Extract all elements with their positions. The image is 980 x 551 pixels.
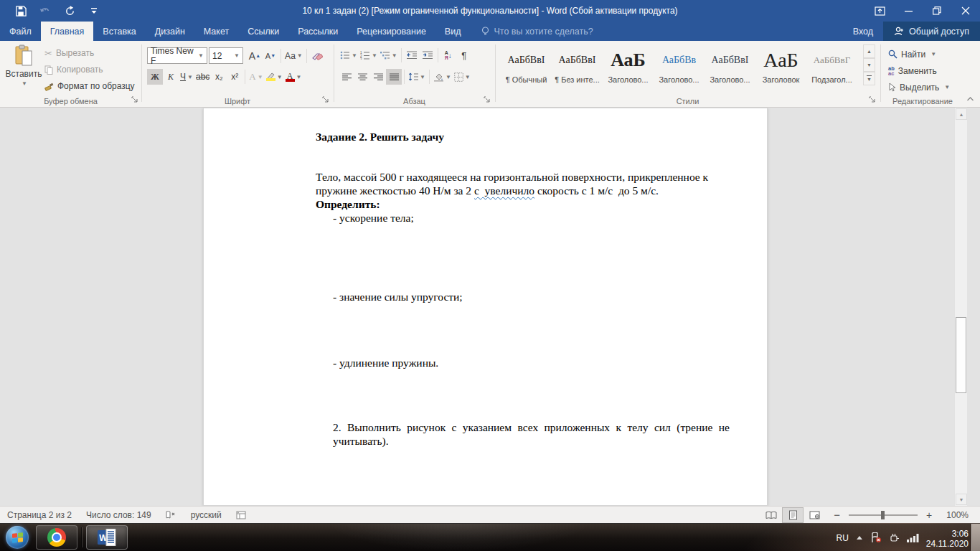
underline-button[interactable]: Ч▼ <box>179 69 194 85</box>
numbering-button[interactable]: 123▼ <box>359 47 379 63</box>
clipboard-dialog-launcher[interactable] <box>131 95 140 104</box>
style-heading1[interactable]: АаБ Заголово... <box>603 44 654 86</box>
read-mode-button[interactable] <box>760 507 782 523</box>
shrink-font-button[interactable]: А▼ <box>263 48 278 64</box>
action-center-flag-icon[interactable] <box>870 532 882 543</box>
page-indicator[interactable]: Страница 2 из 2 <box>0 507 79 524</box>
word-count[interactable]: Число слов: 149 <box>79 507 159 524</box>
paste-button[interactable]: Вставить ▼ <box>6 44 42 93</box>
style-subtitle[interactable]: АаБбВвГ Подзагол... <box>806 44 857 86</box>
tab-review[interactable]: Рецензирование <box>347 22 435 41</box>
network-signal-icon[interactable] <box>907 533 919 542</box>
tab-references[interactable]: Ссылки <box>238 22 288 41</box>
tray-expand-icon[interactable] <box>856 535 863 540</box>
find-button[interactable]: Найти▼ <box>888 46 950 62</box>
tab-file[interactable]: Файл <box>0 22 41 41</box>
power-plug-icon[interactable] <box>889 532 900 543</box>
print-layout-button[interactable] <box>782 507 804 523</box>
borders-button[interactable]: ▼ <box>453 69 472 85</box>
taskbar-word-button[interactable]: W <box>86 525 128 550</box>
font-dialog-launcher[interactable] <box>322 95 331 104</box>
style-normal[interactable]: АаБбВвІ ¶ Обычный <box>501 44 552 86</box>
taskbar: W RU 3:06 24.11.2020 <box>0 523 980 551</box>
copy-button[interactable]: Копировать <box>44 62 103 77</box>
restore-button[interactable] <box>923 0 951 22</box>
bold-button[interactable]: Ж <box>147 69 163 85</box>
ribbon-display-options-button[interactable] <box>865 0 894 22</box>
select-button[interactable]: Выделить▼ <box>888 79 950 95</box>
share-button[interactable]: Общий доступ <box>883 22 980 41</box>
styles-scroll-up[interactable]: ▲ <box>863 44 875 58</box>
scroll-down-arrow[interactable]: ▼ <box>956 494 967 505</box>
style-no-spacing[interactable]: АаБбВвІ ¶ Без инте... <box>552 44 603 86</box>
undo-button[interactable] <box>33 0 57 22</box>
strikethrough-button[interactable]: abc <box>194 69 211 85</box>
cut-button[interactable]: ✂ Вырезать <box>44 45 94 61</box>
tab-mailings[interactable]: Рассылки <box>288 22 347 41</box>
font-size-combo[interactable]: 12▼ <box>209 47 243 64</box>
language-indicator[interactable]: русский <box>184 507 229 524</box>
line-spacing-button[interactable]: ▼ <box>407 69 427 85</box>
close-button[interactable] <box>951 0 980 22</box>
paragraph-dialog-launcher[interactable] <box>484 95 492 104</box>
sort-button[interactable]: А Я ↓ <box>440 47 456 63</box>
font-name-combo[interactable]: Times New F▼ <box>147 47 207 64</box>
web-layout-button[interactable] <box>804 507 825 523</box>
superscript-button[interactable]: х² <box>227 69 242 85</box>
style-heading3[interactable]: АаБбВвІ Заголово... <box>705 44 755 86</box>
clear-formatting-button[interactable] <box>309 48 325 64</box>
tab-layout[interactable]: Макет <box>194 22 238 41</box>
sign-in-button[interactable]: Вход <box>843 22 883 41</box>
tab-view[interactable]: Вид <box>435 22 471 41</box>
decrease-indent-button[interactable] <box>404 47 420 63</box>
customize-qat-button[interactable] <box>82 0 106 22</box>
taskbar-clock[interactable]: 3:06 24.11.2020 <box>926 527 969 549</box>
align-right-button[interactable] <box>370 69 386 85</box>
scroll-up-arrow[interactable]: ▲ <box>956 108 967 120</box>
keyboard-language[interactable]: RU <box>836 533 848 543</box>
style-heading2[interactable]: АаБбВв Заголово... <box>654 44 705 86</box>
start-button[interactable] <box>6 526 29 549</box>
collapse-ribbon-button[interactable] <box>966 94 974 104</box>
tab-design[interactable]: Дизайн <box>146 22 194 41</box>
tell-me-box[interactable]: Что вы хотите сделать? <box>470 22 593 41</box>
replace-button[interactable]: abac Заменить <box>888 62 950 79</box>
subscript-button[interactable]: х₂ <box>211 69 227 85</box>
increase-indent-button[interactable] <box>420 47 435 63</box>
zoom-in-button[interactable]: + <box>923 507 939 524</box>
scrollbar-thumb[interactable] <box>956 317 966 393</box>
change-case-button[interactable]: Аа▼ <box>283 48 304 64</box>
zoom-slider-thumb[interactable] <box>881 511 885 519</box>
shading-button[interactable]: ▼ <box>432 69 453 85</box>
styles-dialog-launcher[interactable] <box>869 95 877 104</box>
justify-button[interactable] <box>386 69 402 85</box>
save-button[interactable] <box>9 0 33 22</box>
document-page[interactable]: Задание 2. Решить задачу Тело, массой 50… <box>203 108 768 506</box>
bullets-button[interactable]: ▼ <box>339 47 359 63</box>
show-marks-button[interactable]: ¶ <box>456 47 472 63</box>
italic-button[interactable]: К <box>163 69 179 85</box>
taskbar-chrome-button[interactable] <box>36 525 77 550</box>
grow-font-button[interactable]: А▲ <box>247 48 263 64</box>
zoom-level[interactable]: 100% <box>939 507 980 524</box>
highlight-color-button[interactable]: ▼ <box>265 69 284 85</box>
align-center-button[interactable] <box>354 69 370 85</box>
text-effects-button[interactable]: А▼ <box>248 69 264 85</box>
format-painter-button[interactable]: Формат по образцу <box>44 78 135 94</box>
font-color-button[interactable]: А ▼ <box>284 69 303 85</box>
tab-insert[interactable]: Вставка <box>93 22 145 41</box>
redo-button[interactable] <box>57 0 82 22</box>
macro-recorder[interactable] <box>229 507 253 524</box>
zoom-out-button[interactable]: − <box>825 507 843 524</box>
zoom-slider[interactable] <box>849 514 918 516</box>
show-desktop-button[interactable] <box>971 524 980 551</box>
tab-home[interactable]: Главная <box>41 22 94 41</box>
proofing-status[interactable] <box>159 507 184 524</box>
styles-gallery-more[interactable]: ▼ <box>863 72 875 85</box>
vertical-scrollbar[interactable]: ▲ ▼ <box>954 108 967 506</box>
styles-scroll-down[interactable]: ▼ <box>863 58 875 72</box>
align-left-button[interactable] <box>339 69 354 85</box>
style-title[interactable]: АаБ Заголовок <box>755 44 806 86</box>
minimize-button[interactable] <box>894 0 923 22</box>
multilevel-list-button[interactable]: ▼ <box>379 47 399 63</box>
